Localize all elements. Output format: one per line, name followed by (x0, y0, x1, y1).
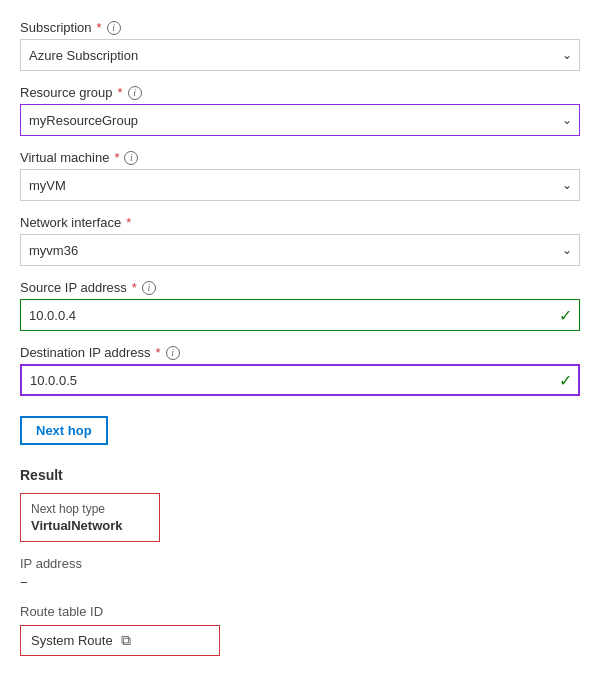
ip-address-section: IP address − (20, 556, 580, 590)
subscription-info-icon[interactable]: i (107, 21, 121, 35)
network-interface-group: Network interface * myvm36 ⌄ (20, 215, 580, 266)
source-ip-wrapper: ✓ (20, 299, 580, 331)
next-hop-button[interactable]: Next hop (20, 416, 108, 445)
virtual-machine-group: Virtual machine * i myVM ⌄ (20, 150, 580, 201)
destination-ip-group: Destination IP address * i ✓ (20, 345, 580, 396)
destination-ip-label-text: Destination IP address (20, 345, 151, 360)
result-title: Result (20, 467, 580, 483)
virtual-machine-info-icon[interactable]: i (124, 151, 138, 165)
subscription-wrapper: Azure Subscription ⌄ (20, 39, 580, 71)
network-interface-select[interactable]: myvm36 (20, 234, 580, 266)
resource-group-wrapper: myResourceGroup ⌄ (20, 104, 580, 136)
destination-ip-label: Destination IP address * i (20, 345, 580, 360)
resource-group-info-icon[interactable]: i (128, 86, 142, 100)
next-hop-type-value: VirtualNetwork (31, 518, 149, 533)
virtual-machine-select[interactable]: myVM (20, 169, 580, 201)
network-interface-label: Network interface * (20, 215, 580, 230)
source-ip-label-text: Source IP address (20, 280, 127, 295)
subscription-group: Subscription * i Azure Subscription ⌄ (20, 20, 580, 71)
virtual-machine-label: Virtual machine * i (20, 150, 580, 165)
destination-ip-info-icon[interactable]: i (166, 346, 180, 360)
ip-address-label: IP address (20, 556, 580, 571)
route-table-section: Route table ID System Route ⧉ (20, 604, 580, 656)
resource-group-required: * (118, 85, 123, 100)
network-interface-label-text: Network interface (20, 215, 121, 230)
subscription-select[interactable]: Azure Subscription (20, 39, 580, 71)
resource-group-label-text: Resource group (20, 85, 113, 100)
destination-ip-required: * (156, 345, 161, 360)
destination-ip-wrapper: ✓ (20, 364, 580, 396)
route-table-label: Route table ID (20, 604, 580, 619)
network-interface-wrapper: myvm36 ⌄ (20, 234, 580, 266)
copy-icon[interactable]: ⧉ (121, 632, 131, 649)
resource-group-label: Resource group * i (20, 85, 580, 100)
route-table-card: System Route ⧉ (20, 625, 220, 656)
source-ip-label: Source IP address * i (20, 280, 580, 295)
route-table-value: System Route (31, 633, 113, 648)
resource-group-select[interactable]: myResourceGroup (20, 104, 580, 136)
subscription-label: Subscription * i (20, 20, 580, 35)
destination-ip-input[interactable] (20, 364, 580, 396)
network-interface-required: * (126, 215, 131, 230)
source-ip-input[interactable] (20, 299, 580, 331)
result-section: Result Next hop type VirtualNetwork IP a… (20, 467, 580, 656)
source-ip-group: Source IP address * i ✓ (20, 280, 580, 331)
next-hop-type-label: Next hop type (31, 502, 149, 516)
resource-group-group: Resource group * i myResourceGroup ⌄ (20, 85, 580, 136)
virtual-machine-required: * (114, 150, 119, 165)
virtual-machine-label-text: Virtual machine (20, 150, 109, 165)
subscription-required: * (97, 20, 102, 35)
source-ip-required: * (132, 280, 137, 295)
source-ip-info-icon[interactable]: i (142, 281, 156, 295)
virtual-machine-wrapper: myVM ⌄ (20, 169, 580, 201)
ip-address-value: − (20, 575, 580, 590)
next-hop-type-card: Next hop type VirtualNetwork (20, 493, 160, 542)
subscription-label-text: Subscription (20, 20, 92, 35)
